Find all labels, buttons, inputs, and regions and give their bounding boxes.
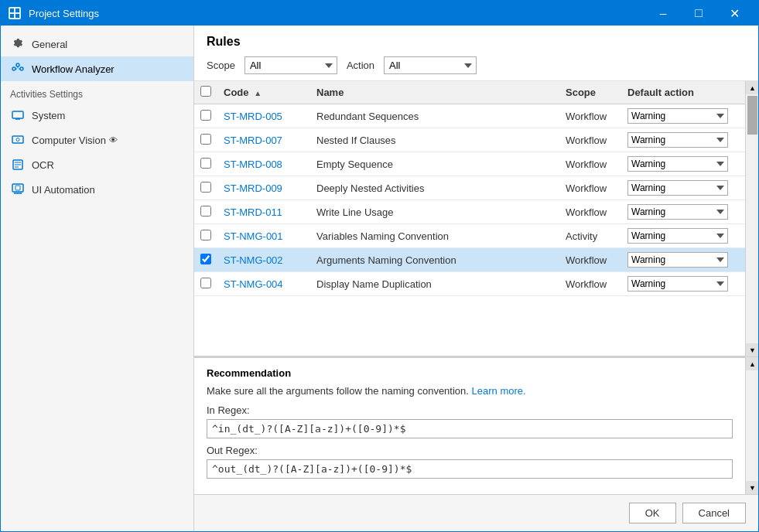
row-code: ST-NMG-004 — [217, 272, 310, 296]
row-action: WarningErrorInfoDisabled — [621, 128, 745, 152]
row-checkbox-cell — [194, 152, 217, 176]
code-link[interactable]: ST-MRD-008 — [224, 159, 282, 170]
row-checkbox[interactable] — [200, 230, 211, 240]
svg-rect-4 — [15, 14, 19, 18]
sidebar-item-system[interactable]: System — [1, 103, 193, 128]
row-checkbox[interactable] — [200, 182, 211, 193]
row-checkbox[interactable] — [200, 254, 211, 264]
action-dropdown[interactable]: WarningErrorInfoDisabled — [627, 276, 728, 292]
ok-button[interactable]: OK — [629, 503, 676, 523]
row-action: WarningErrorInfoDisabled — [621, 176, 745, 200]
close-button[interactable]: ✕ — [716, 1, 752, 26]
filter-row: Scope All Action All — [207, 56, 746, 74]
svg-rect-21 — [15, 186, 20, 190]
row-checkbox[interactable] — [200, 206, 211, 217]
row-action: WarningErrorInfoDisabled — [621, 104, 745, 128]
row-code: ST-MRD-011 — [217, 200, 310, 224]
row-code: ST-NMG-002 — [217, 248, 310, 272]
col-name: Name — [310, 81, 559, 104]
rules-table: Code ▲ Name Scope Default action ST-MRD-… — [194, 81, 745, 296]
row-action: WarningErrorInfoDisabled — [621, 248, 745, 272]
svg-rect-1 — [10, 9, 14, 12]
row-scope: Workflow — [559, 200, 621, 224]
code-link[interactable]: ST-MRD-011 — [224, 206, 282, 218]
svg-point-15 — [16, 138, 19, 142]
svg-point-6 — [16, 63, 19, 66]
action-select[interactable]: All — [384, 56, 477, 74]
row-checkbox-cell — [194, 200, 217, 224]
code-link[interactable]: ST-MRD-005 — [224, 111, 282, 122]
row-name: Redundant Sequences — [310, 104, 559, 128]
rec-text-content: Make sure all the arguments follow the n… — [207, 385, 469, 397]
sidebar-workflow-label: Workflow Analyzer — [32, 63, 115, 75]
row-action: WarningErrorInfoDisabled — [621, 272, 745, 296]
col-default-action: Default action — [621, 81, 745, 104]
maximize-button[interactable]: □ — [681, 1, 716, 26]
table-row: ST-MRD-009 Deeply Nested Activities Work… — [194, 176, 745, 200]
rec-scroll-up[interactable]: ▲ — [746, 357, 758, 370]
row-checkbox-cell — [194, 176, 217, 200]
row-name: Display Name Duplication — [310, 272, 559, 296]
row-checkbox[interactable] — [200, 110, 211, 121]
learn-more-link[interactable]: Learn more. — [472, 385, 526, 397]
row-scope: Workflow — [559, 152, 621, 176]
code-link[interactable]: ST-NMG-004 — [224, 278, 283, 290]
system-icon — [10, 107, 26, 123]
select-all-checkbox[interactable] — [200, 86, 211, 97]
action-dropdown[interactable]: WarningErrorInfoDisabled — [627, 132, 728, 148]
scroll-down-btn[interactable]: ▼ — [746, 343, 758, 356]
sidebar-item-ui-automation[interactable]: UI Automation — [1, 177, 193, 202]
sidebar-general-label: General — [32, 39, 67, 50]
sidebar-item-computer-vision[interactable]: Computer Vision 👁 — [1, 128, 193, 152]
row-name: Write Line Usage — [310, 200, 559, 224]
row-checkbox[interactable] — [200, 134, 211, 145]
sidebar-cv-label: Computer Vision — [32, 135, 106, 146]
rules-table-container: Code ▲ Name Scope Default action ST-MRD-… — [194, 81, 745, 356]
out-regex-input[interactable] — [207, 459, 733, 479]
in-regex-input[interactable] — [207, 419, 733, 438]
action-dropdown[interactable]: WarningErrorInfoDisabled — [627, 228, 728, 244]
sidebar-item-ocr[interactable]: OCR — [1, 152, 193, 177]
code-link[interactable]: ST-NMG-002 — [224, 254, 283, 266]
action-dropdown[interactable]: WarningErrorInfoDisabled — [627, 252, 728, 268]
scroll-thumb[interactable] — [747, 96, 757, 135]
svg-rect-2 — [15, 9, 19, 12]
gear-icon — [10, 36, 26, 52]
scope-select[interactable]: All — [244, 56, 337, 74]
row-checkbox[interactable] — [200, 158, 211, 169]
row-scope: Workflow — [559, 104, 621, 128]
main-content: General Workflow Analyzer Activities Set… — [1, 26, 758, 531]
action-dropdown[interactable]: WarningErrorInfoDisabled — [627, 156, 728, 172]
sidebar-item-workflow-analyzer[interactable]: Workflow Analyzer — [1, 56, 193, 81]
table-row: ST-NMG-002 Arguments Naming Convention W… — [194, 248, 745, 272]
row-checkbox-cell — [194, 272, 217, 296]
action-dropdown[interactable]: WarningErrorInfoDisabled — [627, 204, 728, 220]
minimize-button[interactable]: ‒ — [645, 1, 681, 26]
computer-vision-icon — [10, 132, 26, 148]
row-code: ST-MRD-008 — [217, 152, 310, 176]
row-name: Arguments Naming Convention — [310, 248, 559, 272]
ocr-icon — [10, 157, 26, 172]
rec-scroll-down[interactable]: ▼ — [746, 481, 758, 494]
row-name: Variables Naming Convention — [310, 224, 559, 248]
sidebar-item-general[interactable]: General — [1, 32, 193, 56]
activities-settings-header: Activities Settings — [1, 81, 193, 103]
row-action: WarningErrorInfoDisabled — [621, 200, 745, 224]
action-dropdown[interactable]: WarningErrorInfoDisabled — [627, 180, 728, 196]
table-row: ST-MRD-005 Redundant Sequences Workflow … — [194, 104, 745, 128]
code-link[interactable]: ST-NMG-001 — [224, 230, 283, 242]
svg-point-7 — [20, 67, 23, 70]
row-checkbox[interactable] — [200, 278, 211, 288]
sidebar-system-label: System — [32, 110, 65, 121]
project-settings-window: Project Settings ‒ □ ✕ General — [0, 0, 759, 532]
scroll-up-btn[interactable]: ▲ — [746, 81, 758, 94]
action-dropdown[interactable]: WarningErrorInfoDisabled — [627, 108, 728, 124]
col-checkbox — [194, 81, 217, 104]
code-link[interactable]: ST-MRD-007 — [224, 135, 282, 146]
cancel-button[interactable]: Cancel — [682, 503, 746, 523]
rec-scroll-track — [746, 370, 758, 481]
code-link[interactable]: ST-MRD-009 — [224, 182, 282, 194]
out-regex-label: Out Regex: — [207, 445, 733, 456]
table-row: ST-NMG-004 Display Name Duplication Work… — [194, 272, 745, 296]
row-scope: Workflow — [559, 176, 621, 200]
